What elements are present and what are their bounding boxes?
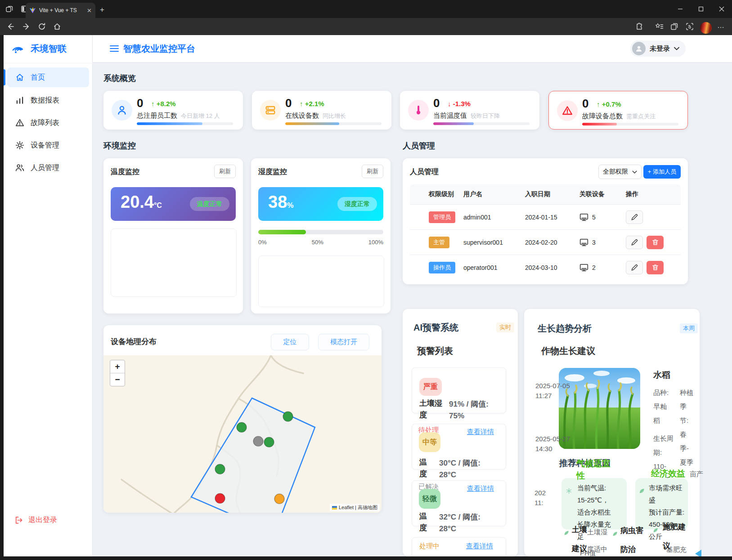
role-badge: 主管 [429,237,449,248]
new-tab-button[interactable]: + [100,5,104,14]
sidebar-item-home[interactable]: 首页 [7,67,89,87]
view-details-link[interactable]: 查看详情 [466,542,493,551]
pest-control-title: 病虫害 防治 [620,521,643,556]
personnel-card: 人员管理 全部权限 + 添加人员 权限级别用户名入职日期关联设备操作 管理员 a… [403,158,688,284]
browser-tab[interactable]: Vite + Vue + TS ✕ [26,3,95,18]
username-cell: operator001 [463,264,525,271]
screenshot-icon[interactable] [686,22,694,31]
settings-menu-icon[interactable]: … [717,22,725,30]
device-marker-red[interactable] [215,493,225,503]
soil-advice-title: 土壤 建议 [572,520,587,556]
sidebar-item-label: 设备管理 [31,141,59,150]
role-badge: 管理员 [429,211,455,223]
locate-button[interactable]: 定位 [271,334,309,350]
field-polygon[interactable] [191,398,315,513]
device-marker-green[interactable] [215,464,225,474]
refresh-icon[interactable] [38,22,46,31]
stat-sublabel: 较昨日下降 [471,112,500,119]
week-badge: 本周 [680,323,698,333]
dashboard-page: 禾境智联 首页 数据报表 故障列表 设备管理 人员管理 [4,35,732,556]
photo-timestamp: 202 11: [534,488,546,508]
alert-metric: 土壤湿 度 [419,398,442,421]
sidebar-item-faults[interactable]: 故障列表 [7,113,89,133]
monitor-icon [579,213,588,222]
sidebar-item-reports[interactable]: 数据报表 [7,90,89,110]
view-details-link[interactable]: 查看详情 [467,428,494,436]
thermometer-icon [408,100,429,121]
edit-button[interactable] [626,261,643,274]
stat-label: 总注册员工数今日新增 12 人 [137,112,220,120]
stat-value: 0 [433,96,440,110]
username-cell: supervisor001 [463,239,525,246]
stat-sublabel: 同比增长 [323,112,346,119]
back-icon[interactable] [6,22,14,31]
delete-button[interactable] [647,261,664,274]
humidity-refresh-button[interactable]: 刷新 [362,165,383,178]
edit-button[interactable] [626,211,643,224]
alert-item-severe[interactable]: 严重 土壤湿 度 91% / 阈值: 75% [412,367,506,413]
stat-progress [285,122,382,125]
sidebar-item-label: 人员管理 [31,163,59,173]
logout-button[interactable]: 退出登录 [14,515,57,525]
humidity-progress [258,230,383,234]
device-marker-green[interactable] [237,422,247,432]
zoom-out-button[interactable]: − [110,373,125,386]
hamburger-menu-icon[interactable] [110,45,119,53]
date-cell: 2024-03-10 [525,264,579,271]
user-menu[interactable]: 未登录 [630,40,686,57]
sidebar-item-personnel[interactable]: 人员管理 [7,158,89,178]
stat-label: 当前温度值较昨日下降 [433,112,500,120]
climate-title: 气候适宜 性 [576,457,611,482]
map[interactable]: + − Leaflet | 高德地图 [103,355,382,513]
close-button[interactable] [711,0,732,18]
stat-label: 故障设备总数需重点关注 [582,112,656,121]
view-details-link[interactable]: 查看详情 [467,484,494,493]
device-map-card: 设备地理分布 定位 模态打开 [103,325,382,513]
crop-season: 种植 季 节: 春 季- 夏季 [680,385,693,469]
device-marker-gray[interactable] [253,436,263,446]
add-person-button[interactable]: + 添加人员 [643,165,681,179]
temperature-refresh-button[interactable]: 刷新 [214,165,236,178]
collections-icon[interactable] [670,22,678,31]
humidity-scale: 0%50%100% [258,239,383,246]
people-icon [15,163,24,172]
severity-badge: 中等 [419,432,440,452]
sidebar-item-devices[interactable]: 设备管理 [7,135,89,155]
home-icon[interactable] [53,22,61,31]
device-marker-green[interactable] [283,412,293,421]
ai-alert-card: AI预警系统 实时 预警列表 严重 土壤湿 度 91% / 阈值: 75% 待处… [403,309,518,556]
section-title-personnel: 人员管理 [403,140,435,151]
workspaces-icon[interactable] [5,5,13,13]
zoom-in-button[interactable]: + [110,360,125,373]
sidebar-item-label: 故障列表 [31,118,59,128]
forward-icon[interactable] [22,22,31,31]
alert-triangle-icon [557,100,578,121]
stat-trend: ↑ +2.1% [300,100,324,108]
device-marker-orange[interactable] [274,494,284,504]
page-header: 智慧农业监控平台 未登录 [93,35,732,62]
logout-label: 退出登录 [28,515,57,525]
growth-subtitle: 作物生长建议 [541,345,595,357]
alert-item-processing[interactable]: 处理中 查看详情 [412,537,506,556]
user-avatar [632,42,646,55]
permission-filter-select[interactable]: 全部权限 [598,165,642,179]
minimize-button[interactable] [670,0,691,18]
photo-timestamp: 2025-07-05 11:27 [535,381,570,401]
tab-close-icon[interactable]: ✕ [87,7,92,14]
open-modal-button[interactable]: 模态打开 [318,334,369,350]
browser-toolbar: localhost:5173/dashboard … [0,18,732,35]
edit-button[interactable] [626,236,643,249]
delete-button[interactable] [647,236,664,249]
table-row: 管理员 admin001 2024-01-15 5 [410,204,681,229]
extensions-icon[interactable] [635,22,643,31]
map-zoom-control: + − [110,360,125,386]
device-marker-green[interactable] [264,437,274,447]
maximize-button[interactable] [691,0,711,18]
alert-item-medium[interactable]: 待处理 中等 查看详情 温 度 30°C / 阈值: 28°C [412,424,506,470]
alert-item-light[interactable]: 已解决 轻微 查看详情 温 度 32°C / 阈值: 28°C [412,480,506,526]
stat-value: 0 [582,97,588,111]
profile-avatar[interactable] [700,22,712,34]
stat-card-employees: 0 ↑ +8.2% 总注册员工数今日新增 12 人 [103,91,243,130]
logout-icon [14,516,23,524]
favorites-icon[interactable] [655,22,664,31]
